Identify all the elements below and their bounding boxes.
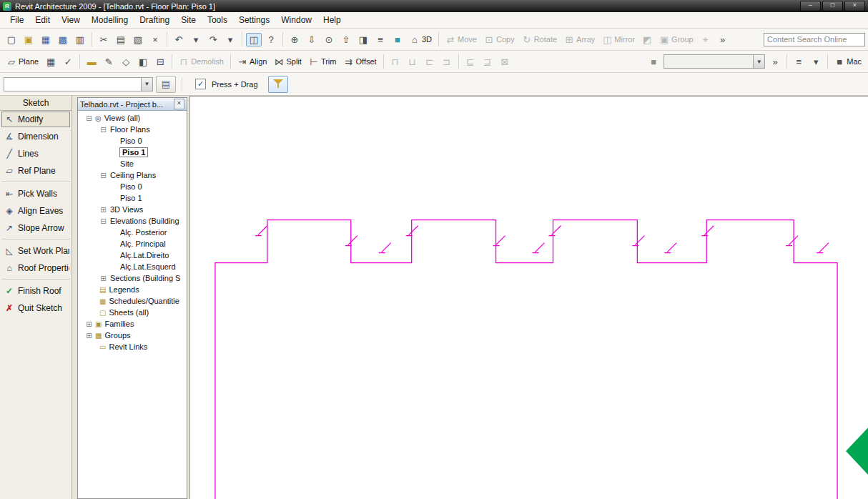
tape-measure-button[interactable]: ▬ (84, 55, 99, 69)
project-browser-titlebar[interactable]: Telhado.rvt - Project b... × (78, 98, 187, 111)
linework-button[interactable]: ◇ (118, 55, 134, 69)
trim-button[interactable]: ⊢Trim (306, 55, 340, 69)
close-button[interactable]: × (844, 1, 865, 11)
menu-window[interactable]: Window (275, 14, 317, 26)
print-button[interactable]: ▥ (72, 33, 88, 46)
menu-modelling[interactable]: Modelling (86, 14, 134, 26)
tree-ceiling-plans[interactable]: ⊟Ceiling Plans (78, 169, 187, 181)
view-window-button[interactable]: ◨ (355, 33, 371, 46)
maximize-button[interactable]: □ (822, 1, 843, 11)
tree-sheets[interactable]: ▢Sheets (all) (78, 307, 187, 318)
tree-floor-plan-site[interactable]: Site (78, 158, 187, 169)
sketch-item-finish-roof[interactable]: ✓Finish Roof (1, 283, 70, 299)
menu-drafting[interactable]: Drafting (134, 14, 175, 26)
tree-groups[interactable]: ⊞▩Groups (78, 330, 187, 341)
elevation-marker-green-triangle[interactable] (846, 428, 868, 475)
color-swatch-button[interactable]: ■ (646, 55, 661, 69)
sketch-item-slope-arrow[interactable]: ↗Slope Arrow (1, 220, 70, 236)
combobox-arrow-icon[interactable]: ▼ (141, 78, 152, 91)
design-options-list-button[interactable]: ≡ (791, 55, 807, 69)
menu-view[interactable]: View (56, 14, 86, 26)
move-button[interactable]: ⇄Move (443, 33, 480, 46)
save-to-central-button[interactable]: ▩ (55, 33, 71, 46)
demolish-button[interactable]: ⊓Demolish (176, 55, 227, 69)
3d-cube-icon[interactable]: ■ (390, 33, 405, 46)
tree-floor-plan-piso0[interactable]: Piso 0 (78, 135, 187, 147)
menu-settings[interactable]: Settings (233, 14, 275, 26)
tree-expander-icon[interactable]: ⊞ (99, 275, 107, 282)
combobox-arrow-icon[interactable]: ▼ (753, 55, 764, 68)
tree-ceiling-plan-piso1[interactable]: Piso 1 (78, 192, 187, 204)
tree-families[interactable]: ⊞▣Families (78, 318, 187, 330)
open-file-button[interactable]: ▣ (21, 33, 36, 46)
tree-expander-icon[interactable]: ⊟ (85, 114, 93, 122)
menu-tools[interactable]: Tools (202, 14, 233, 26)
content-search-input[interactable] (764, 33, 865, 46)
tree-elevation-principal[interactable]: Alç. Principal (78, 238, 187, 250)
sketch-item-pick-walls[interactable]: ⇤Pick Walls (1, 186, 70, 202)
tile-windows-toggle[interactable]: ◫ (246, 33, 262, 46)
cut-icon[interactable]: ✂ (96, 33, 112, 46)
tree-legends[interactable]: ▤Legends (78, 284, 187, 295)
tree-ceiling-plan-piso0[interactable]: Piso 0 (78, 181, 187, 192)
sketch-item-set-work-plane[interactable]: ◺Set Work Plan (1, 243, 70, 259)
sketch-item-lines[interactable]: ╱Lines (1, 146, 70, 162)
drawing-canvas[interactable] (189, 96, 868, 499)
paste-button[interactable]: ▧ (130, 33, 146, 46)
split-button[interactable]: ⋈Split (271, 55, 304, 69)
tree-elevations[interactable]: ⊟Elevations (Building (78, 215, 187, 227)
filter-button[interactable] (268, 76, 288, 93)
redo-button[interactable]: ↷ (205, 33, 221, 46)
match-button[interactable]: ■Mac (832, 55, 864, 69)
project-browser-close-icon[interactable]: × (174, 99, 184, 109)
menu-site[interactable]: Site (175, 14, 202, 26)
undo-button[interactable]: ↶ (171, 33, 187, 46)
tree-expander-icon[interactable]: ⊞ (99, 206, 107, 214)
press-drag-checkbox[interactable]: ✓ (195, 79, 206, 89)
tree-schedules[interactable]: ▦Schedules/Quantitie (78, 295, 187, 307)
dynamic-view-button[interactable]: ⊕ (287, 33, 302, 46)
undo-dropdown[interactable]: ▾ (188, 33, 204, 46)
tree-expander-icon[interactable]: ⊞ (85, 320, 93, 328)
zoom-button[interactable]: ⊙ (321, 33, 337, 46)
tree-elevation-posterior[interactable]: Alç. Posterior (78, 227, 187, 238)
tree-elevation-lat-esquerd[interactable]: Alç.Lat.Esquerd (78, 261, 187, 272)
tree-expander-icon[interactable]: ⊟ (99, 172, 107, 179)
zoom-in-button[interactable]: ⇧ (338, 33, 354, 46)
new-file-button[interactable]: ▢ (4, 33, 19, 46)
menu-file[interactable]: File (4, 14, 29, 26)
toolbar1-overflow-chevron[interactable]: » (715, 33, 731, 46)
sketch-item-ref-plane[interactable]: ▱Ref Plane (1, 163, 70, 179)
copy-button[interactable]: ⊡Copy (481, 33, 518, 46)
sketch-item-modify[interactable]: ↖Modify (1, 112, 70, 127)
default-3d-view-button[interactable]: ⌂3D (407, 33, 435, 46)
toolbar2-overflow-chevron[interactable]: » (767, 55, 783, 69)
tree-3d-views[interactable]: ⊞3D Views (78, 204, 187, 215)
tree-views-all[interactable]: ⊟◎Views (all) (78, 112, 187, 124)
menu-edit[interactable]: Edit (29, 14, 56, 26)
tree-expander-icon[interactable]: ⊟ (99, 217, 107, 225)
redo-dropdown[interactable]: ▾ (222, 33, 238, 46)
context-help-button[interactable]: ? (263, 33, 279, 46)
mirror-button[interactable]: ◫Mirror (599, 33, 638, 46)
sketch-item-align-eaves[interactable]: ◈Align Eaves (1, 203, 70, 219)
sketch-item-dimension[interactable]: ∡Dimension (1, 129, 70, 144)
sketch-item-quit-sketch[interactable]: ✗Quit Sketch (1, 300, 70, 316)
roof-sketch-outline[interactable] (215, 220, 837, 499)
opening-button[interactable]: ⊠ (497, 55, 513, 69)
group-button[interactable]: ▣Group (656, 33, 696, 46)
tree-expander-icon[interactable]: ⊟ (99, 126, 107, 134)
align-button[interactable]: ⇥Align (235, 55, 270, 69)
array-button[interactable]: ⊞Array (561, 33, 598, 46)
tree-sections[interactable]: ⊞Sections (Building S (78, 272, 187, 284)
edit-wall-joins-button[interactable]: ⊓ (388, 55, 403, 69)
save-button[interactable]: ▦ (38, 33, 54, 46)
resize-button[interactable]: ◩ (639, 33, 655, 46)
tree-revit-links[interactable]: ▭Revit Links (78, 341, 187, 352)
spelling-button[interactable]: ✓ (60, 55, 76, 69)
rotate-button[interactable]: ↻Rotate (519, 33, 560, 46)
unjoin-geometry-button[interactable]: ⊐ (439, 55, 455, 69)
work-plane-button[interactable]: ▱Plane (4, 55, 41, 69)
minimize-button[interactable]: – (800, 1, 821, 11)
offset-button[interactable]: ⇉Offset (340, 55, 379, 69)
